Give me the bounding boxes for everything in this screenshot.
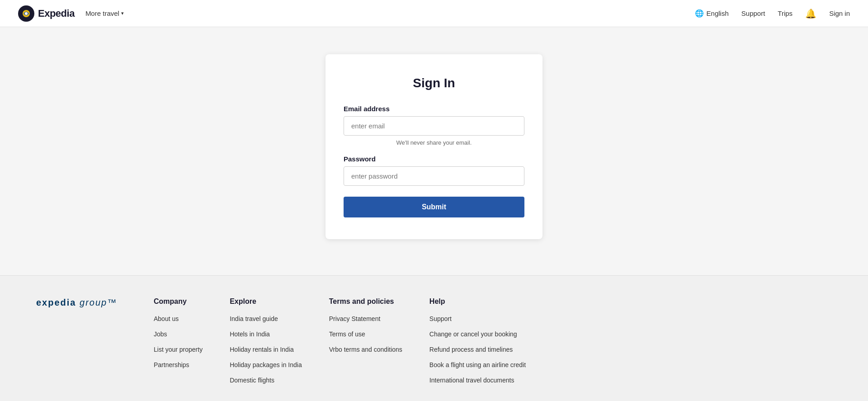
- footer-inner: expedia group™ Company About us Jobs Lis…: [36, 297, 832, 392]
- chevron-down-icon: ▾: [121, 10, 124, 16]
- list-item: Book a flight using an airline credit: [429, 361, 526, 369]
- list-item: Jobs: [154, 330, 203, 338]
- list-item: Partnerships: [154, 361, 203, 369]
- explore-link-holiday-rentals[interactable]: Holiday rentals in India: [230, 346, 294, 353]
- signin-header-button[interactable]: Sign in: [829, 9, 850, 17]
- logo-icon: [18, 5, 34, 22]
- bell-icon[interactable]: 🔔: [805, 8, 816, 19]
- company-link-about[interactable]: About us: [154, 315, 179, 322]
- list-item: List your property: [154, 345, 203, 354]
- header-right: 🌐 English Support Trips 🔔 Sign in: [695, 8, 850, 19]
- logo-text: Expedia: [38, 8, 75, 19]
- list-item: Support: [429, 315, 526, 323]
- email-helper-text: We'll never share your email.: [344, 139, 524, 146]
- email-group: Email address: [344, 105, 524, 136]
- terms-link-vrbo[interactable]: Vrbo terms and conditions: [329, 346, 402, 353]
- list-item: Change or cancel your booking: [429, 330, 526, 338]
- list-item: Vrbo terms and conditions: [329, 345, 402, 354]
- support-link[interactable]: Support: [741, 9, 765, 17]
- language-button[interactable]: 🌐 English: [695, 9, 729, 18]
- help-link-cancel[interactable]: Change or cancel your booking: [429, 330, 517, 338]
- footer-explore-list: India travel guide Hotels in India Holid…: [230, 315, 302, 384]
- svg-point-2: [25, 12, 28, 15]
- company-link-jobs[interactable]: Jobs: [154, 330, 167, 338]
- header-left: Expedia More travel ▾: [18, 5, 124, 22]
- footer-help-col: Help Support Change or cancel your booki…: [429, 297, 526, 392]
- footer-company-list: About us Jobs List your property Partner…: [154, 315, 203, 369]
- footer-explore-col: Explore India travel guide Hotels in Ind…: [230, 297, 302, 392]
- footer-terms-list: Privacy Statement Terms of use Vrbo term…: [329, 315, 402, 354]
- explore-link-hotels[interactable]: Hotels in India: [230, 330, 270, 338]
- company-link-list-property[interactable]: List your property: [154, 346, 203, 353]
- footer-company-col: Company About us Jobs List your property…: [154, 297, 203, 392]
- explore-link-holiday-packages[interactable]: Holiday packages in India: [230, 361, 302, 368]
- more-travel-button[interactable]: More travel ▾: [85, 9, 124, 17]
- terms-link-privacy[interactable]: Privacy Statement: [329, 315, 381, 322]
- help-link-support[interactable]: Support: [429, 315, 452, 322]
- footer-logo: expedia group™: [36, 297, 127, 308]
- footer-help-list: Support Change or cancel your booking Re…: [429, 315, 526, 384]
- footer-explore-heading: Explore: [230, 297, 302, 306]
- explore-link-domestic-flights[interactable]: Domestic flights: [230, 377, 274, 384]
- footer-terms-heading: Terms and policies: [329, 297, 402, 306]
- list-item: Privacy Statement: [329, 315, 402, 323]
- help-link-refund[interactable]: Refund process and timelines: [429, 346, 513, 353]
- list-item: India travel guide: [230, 315, 302, 323]
- globe-icon: 🌐: [695, 9, 704, 18]
- list-item: About us: [154, 315, 203, 323]
- main-content: Sign In Email address We'll never share …: [0, 27, 868, 275]
- footer-terms-col: Terms and policies Privacy Statement Ter…: [329, 297, 402, 392]
- company-link-partnerships[interactable]: Partnerships: [154, 361, 189, 368]
- explore-link-travel-guide[interactable]: India travel guide: [230, 315, 278, 322]
- logo[interactable]: Expedia: [18, 5, 75, 22]
- trips-link[interactable]: Trips: [778, 9, 793, 17]
- footer-logo-text: expedia group™: [36, 297, 127, 308]
- list-item: Holiday packages in India: [230, 361, 302, 369]
- footer-help-heading: Help: [429, 297, 526, 306]
- password-input[interactable]: [344, 166, 524, 186]
- help-link-airline-credit[interactable]: Book a flight using an airline credit: [429, 361, 526, 368]
- list-item: Refund process and timelines: [429, 345, 526, 354]
- page-title: Sign In: [344, 76, 524, 90]
- email-label: Email address: [344, 105, 524, 113]
- list-item: International travel documents: [429, 376, 526, 384]
- list-item: Holiday rentals in India: [230, 345, 302, 354]
- password-group: Password: [344, 155, 524, 186]
- footer-company-heading: Company: [154, 297, 203, 306]
- list-item: Domestic flights: [230, 376, 302, 384]
- site-footer: expedia group™ Company About us Jobs Lis…: [0, 275, 868, 401]
- footer-columns: Company About us Jobs List your property…: [154, 297, 832, 392]
- submit-button[interactable]: Submit: [344, 197, 524, 217]
- signin-card: Sign In Email address We'll never share …: [326, 54, 542, 239]
- email-input[interactable]: [344, 116, 524, 136]
- site-header: Expedia More travel ▾ 🌐 English Support …: [0, 0, 868, 27]
- terms-link-terms[interactable]: Terms of use: [329, 330, 365, 338]
- password-label: Password: [344, 155, 524, 163]
- list-item: Terms of use: [329, 330, 402, 338]
- help-link-travel-docs[interactable]: International travel documents: [429, 377, 514, 384]
- list-item: Hotels in India: [230, 330, 302, 338]
